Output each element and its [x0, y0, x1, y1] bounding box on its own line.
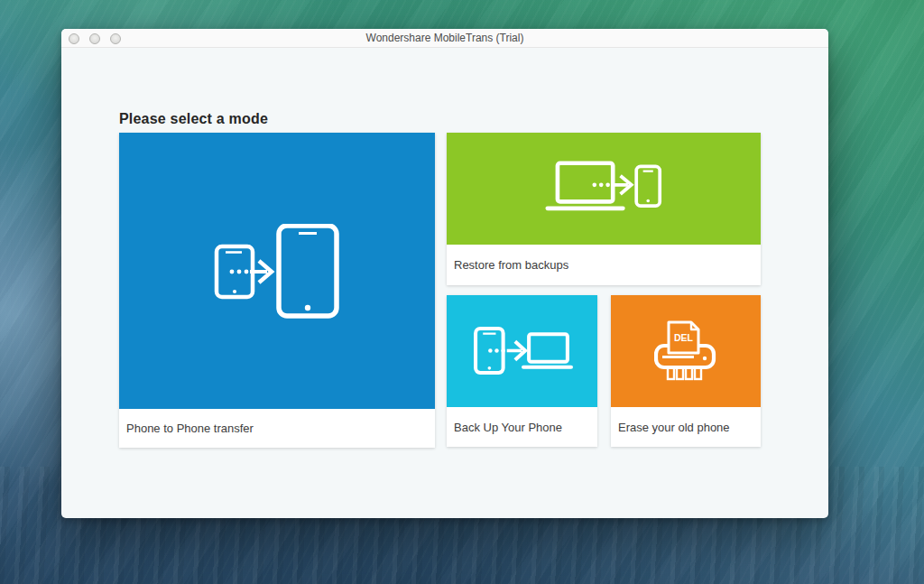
card-label-bar: Phone to Phone transfer: [119, 409, 435, 448]
phone-to-tablet-arrow-icon: [214, 224, 340, 319]
app-window: Wondershare MobileTrans (Trial) Please s…: [61, 29, 828, 518]
card-label-bar: Restore from backups: [447, 245, 761, 285]
backup-card-face: [447, 295, 597, 407]
window-title: Wondershare MobileTrans (Trial): [61, 29, 828, 48]
card-label: Restore from backups: [454, 258, 568, 272]
phone-to-laptop-arrow-icon: [472, 326, 573, 376]
mode-card-back-up-phone[interactable]: Back Up Your Phone: [447, 295, 597, 447]
document-shredder-icon: DEL: [654, 320, 717, 382]
zoom-button[interactable]: [110, 33, 121, 44]
traffic-light-buttons: [69, 33, 121, 44]
card-label-bar: Back Up Your Phone: [447, 407, 597, 447]
close-button[interactable]: [69, 33, 79, 44]
restore-card-face: [447, 133, 761, 245]
card-label-bar: Erase your old phone: [611, 407, 761, 447]
card-label: Phone to Phone transfer: [126, 422, 254, 435]
card-label: Erase your old phone: [618, 421, 730, 434]
shredder-doc-label: DEL: [674, 332, 694, 343]
window-titlebar[interactable]: Wondershare MobileTrans (Trial): [61, 29, 828, 48]
laptop-to-phone-arrow-icon: [541, 160, 667, 218]
mode-card-phone-to-phone[interactable]: Phone to Phone transfer: [119, 133, 435, 448]
erase-card-face: DEL: [611, 295, 761, 407]
minimize-button[interactable]: [89, 33, 100, 44]
mode-card-restore-from-backups[interactable]: Restore from backups: [447, 133, 761, 285]
mode-card-erase-old-phone[interactable]: DEL Erase your old phone: [611, 295, 761, 447]
mode-select-screen: Please select a mode: [61, 48, 828, 517]
phone-to-phone-card-face: [119, 133, 435, 409]
page-title: Please select a mode: [119, 111, 268, 127]
card-label: Back Up Your Phone: [454, 421, 562, 434]
